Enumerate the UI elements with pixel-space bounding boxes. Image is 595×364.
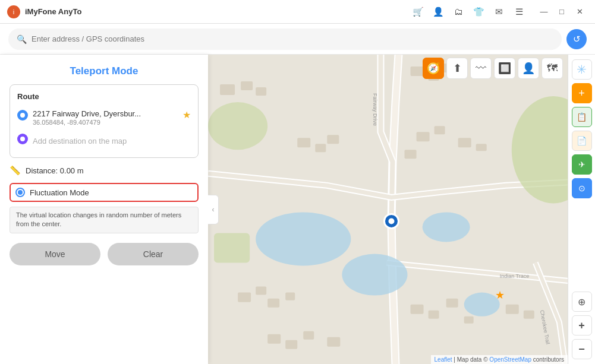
distance-label: Distance: 0.00 m xyxy=(26,166,84,175)
location-button[interactable]: ⊕ xyxy=(572,292,592,312)
titlebar: i iMyFone AnyTo 🛒 👤 🗂 👕 ✉ ☰ — □ ✕ xyxy=(0,0,595,24)
svg-rect-19 xyxy=(327,135,339,144)
add-destination-row[interactable]: Add destination on the map xyxy=(33,133,127,149)
svg-rect-9 xyxy=(241,81,253,90)
svg-point-4 xyxy=(464,293,500,316)
svg-rect-26 xyxy=(256,287,266,295)
svg-rect-18 xyxy=(315,144,326,152)
route-label: Route xyxy=(17,92,191,101)
search-go-button[interactable]: ↺ xyxy=(566,29,587,49)
svg-rect-29 xyxy=(411,305,424,314)
svg-rect-32 xyxy=(464,316,474,324)
distance-icon: 📏 xyxy=(10,165,21,176)
mail-icon[interactable]: ✉ xyxy=(490,4,507,20)
svg-rect-7 xyxy=(214,233,250,262)
svg-rect-25 xyxy=(238,293,251,302)
right-toolbar: ✳ + 📋 📄 ✈ ⊙ ⊕ + − xyxy=(568,55,595,364)
titlebar-right: 🛒 👤 🗂 👕 ✉ ☰ — □ ✕ xyxy=(410,4,588,20)
svg-rect-23 xyxy=(458,138,471,147)
map-canvas: Fairway Drive Indian Trace Cherokee Trai… xyxy=(208,55,595,364)
dest2-dot xyxy=(17,134,28,144)
clear-button[interactable]: Clear xyxy=(108,243,199,265)
svg-rect-21 xyxy=(435,126,445,134)
fluctuation-label: Fluctuation Mode xyxy=(30,188,89,197)
svg-rect-22 xyxy=(405,150,417,159)
screenshot-button[interactable]: 📋 xyxy=(572,107,592,127)
route-mode-button[interactable]: 〰 xyxy=(470,58,492,79)
multi-route-button[interactable]: 🔲 xyxy=(494,58,515,79)
app-logo: i xyxy=(7,5,20,18)
import-button[interactable]: 📄 xyxy=(572,131,592,151)
collapse-handle[interactable]: ‹ xyxy=(208,195,219,224)
distance-row: 📏 Distance: 0.00 m xyxy=(10,165,199,176)
svg-text:Indian Trace: Indian Trace xyxy=(500,273,530,279)
svg-rect-33 xyxy=(506,305,519,314)
import-export-button[interactable]: 👤 xyxy=(518,58,539,79)
dest1-dot xyxy=(17,110,28,121)
action-buttons: Move Clear xyxy=(10,243,199,265)
dest1-coords: 36.058484, -89.407479 xyxy=(33,119,178,126)
destination-2-row: Add destination on the map xyxy=(17,129,191,153)
map-attribution: Leaflet | Map data © OpenStreetMap contr… xyxy=(431,355,568,364)
fluctuation-radio[interactable] xyxy=(15,188,25,197)
svg-rect-28 xyxy=(285,293,295,300)
fluctuation-tooltip: The virtual location changes in random n… xyxy=(10,207,199,233)
favorite-icon[interactable]: ★ xyxy=(182,109,191,121)
svg-rect-35 xyxy=(267,334,281,344)
osm-link[interactable]: OpenStreetMap xyxy=(489,356,531,363)
svg-rect-38 xyxy=(327,337,340,347)
svg-rect-36 xyxy=(285,340,297,349)
minimize-button[interactable]: — xyxy=(536,4,552,20)
svg-rect-31 xyxy=(446,299,458,308)
dest1-name: 2217 Fairway Drive, Dyersbur... xyxy=(33,109,178,118)
freeze-button[interactable]: ✳ xyxy=(572,59,592,80)
search-input[interactable] xyxy=(32,34,553,43)
route-box: Route 2217 Fairway Drive, Dyersbur... 36… xyxy=(10,84,199,158)
svg-point-3 xyxy=(423,212,470,242)
move-button[interactable]: Move xyxy=(10,243,100,265)
zoom-in-button[interactable]: + xyxy=(572,315,592,335)
svg-rect-34 xyxy=(524,311,534,319)
shirt-icon[interactable]: 👕 xyxy=(470,4,487,20)
main-area: Teleport Mode Route 2217 Fairway Drive, … xyxy=(0,55,595,364)
cart-icon[interactable]: 🛒 xyxy=(410,4,426,20)
svg-point-43 xyxy=(388,218,394,224)
titlebar-left: i iMyFone AnyTo xyxy=(7,5,81,18)
destination-1-row: 2217 Fairway Drive, Dyersbur... 36.05848… xyxy=(17,106,191,129)
svg-rect-30 xyxy=(429,311,439,319)
zoom-out-button[interactable]: − xyxy=(572,339,592,359)
menu-icon[interactable]: ☰ xyxy=(511,4,527,20)
mode-title: Teleport Mode xyxy=(10,65,199,77)
svg-point-1 xyxy=(256,212,351,265)
account-icon[interactable]: 👤 xyxy=(430,4,446,20)
svg-rect-20 xyxy=(417,132,430,141)
files-icon[interactable]: 🗂 xyxy=(450,4,467,20)
svg-rect-37 xyxy=(303,331,314,340)
svg-text:Fairway Drive: Fairway Drive xyxy=(372,93,378,126)
map-area[interactable]: Fairway Drive Indian Trace Cherokee Trai… xyxy=(208,55,595,364)
svg-rect-17 xyxy=(297,138,310,147)
svg-rect-8 xyxy=(220,84,235,95)
add-dest-label: Add destination on the map xyxy=(33,137,127,145)
sidebar-panel: Teleport Mode Route 2217 Fairway Drive, … xyxy=(0,55,208,364)
searchbar: 🔍 ↺ xyxy=(0,24,595,55)
add-spot-button[interactable]: + xyxy=(572,83,592,103)
svg-rect-27 xyxy=(267,299,279,308)
leaflet-link[interactable]: Leaflet xyxy=(435,356,452,363)
go-icon: ↺ xyxy=(573,34,581,45)
svg-text:★: ★ xyxy=(495,289,505,301)
app-title: iMyFone AnyTo xyxy=(25,7,81,16)
move-mode-button[interactable]: ⬆ xyxy=(446,58,468,79)
map-view-button[interactable]: 🗺 xyxy=(542,58,563,79)
fluctuation-mode-row[interactable]: Fluctuation Mode xyxy=(10,183,199,202)
share-button[interactable]: ✈ xyxy=(572,154,592,175)
window-controls: — □ ✕ xyxy=(536,4,588,20)
teleport-mode-button[interactable]: 🧭 xyxy=(423,58,444,79)
top-toolbar: 🧭 ⬆ 〰 🔲 👤 🗺 xyxy=(208,55,568,82)
search-icon: 🔍 xyxy=(17,34,27,44)
svg-rect-10 xyxy=(256,87,266,96)
maximize-button[interactable]: □ xyxy=(553,4,570,20)
close-button[interactable]: ✕ xyxy=(571,4,588,20)
toggle-button[interactable]: ⊙ xyxy=(572,178,592,198)
search-wrap: 🔍 xyxy=(8,29,562,50)
